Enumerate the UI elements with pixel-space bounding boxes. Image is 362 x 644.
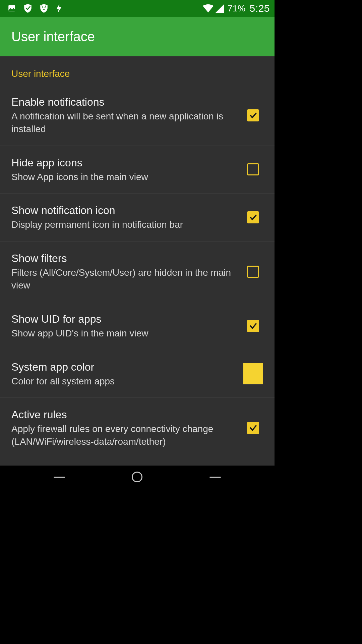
setting-text: Show filters Filters (All/Core/System/Us… [11,252,243,292]
svg-point-1 [42,7,43,8]
setting-text: Active rules Apply firewall rules on eve… [11,408,243,448]
setting-subtitle: Display permanent icon in notification b… [11,218,235,231]
nav-back-button[interactable] [54,477,65,478]
shield-check-icon [23,4,32,13]
status-bar-left [3,4,62,13]
setting-title: Active rules [11,408,235,421]
setting-title: System app color [11,360,235,374]
cellular-icon [216,4,224,13]
nav-home-button[interactable] [132,472,142,482]
setting-subtitle: Filters (All/Core/System/User) are hidde… [11,266,235,292]
setting-control [243,320,263,332]
setting-subtitle: A notification will be sent when a new a… [11,110,235,136]
svg-point-2 [45,7,46,8]
setting-row-active-rules[interactable]: Active rules Apply firewall rules on eve… [0,398,275,458]
setting-row-show-filters[interactable]: Show filters Filters (All/Core/System/Us… [0,241,275,302]
setting-control [243,266,263,278]
setting-subtitle: Color for all system apps [11,375,235,388]
checkbox[interactable] [247,320,259,332]
section-header: User interface [0,56,275,85]
battery-percentage: 71% [228,3,246,14]
setting-text: Show notification icon Display permanent… [11,204,243,231]
setting-title: Show filters [11,252,235,265]
setting-row-system-app-color[interactable]: System app color Color for all system ap… [0,350,275,398]
setting-subtitle: Apply firewall rules on every connectivi… [11,423,235,448]
setting-text: Hide app icons Show App icons in the mai… [11,156,243,183]
setting-control [243,363,263,384]
setting-subtitle: Show app UID's in the main view [11,327,235,340]
bolt-icon [56,4,62,13]
color-swatch[interactable] [243,363,263,384]
setting-control [243,422,263,434]
app-bar: User interface [0,17,275,56]
setting-control [243,211,263,223]
setting-row-show-notification-icon[interactable]: Show notification icon Display permanent… [0,194,275,241]
settings-list[interactable]: User interface Enable notifications A no… [0,56,275,466]
setting-text: Enable notifications A notification will… [11,95,243,136]
setting-title: Enable notifications [11,95,235,109]
setting-title: Show notification icon [11,204,235,217]
page-title: User interface [11,29,95,44]
status-bar: 71% 5:25 [0,0,275,17]
gallery-icon [7,4,16,13]
checkbox[interactable] [247,163,259,175]
setting-title: Show UID for apps [11,312,235,326]
nav-recent-button[interactable] [209,477,221,478]
navigation-bar [0,466,275,488]
cat-shield-icon [40,4,48,13]
setting-text: Show UID for apps Show app UID's in the … [11,312,243,340]
checkbox[interactable] [247,266,259,278]
screen: 71% 5:25 User interface User interface E… [0,0,275,488]
checkbox[interactable] [247,109,259,121]
setting-control [243,109,263,121]
checkbox[interactable] [247,211,259,223]
clock: 5:25 [250,3,270,14]
wifi-icon [203,4,214,13]
setting-title: Hide app icons [11,156,235,169]
checkbox[interactable] [247,422,259,434]
setting-row-enable-notifications[interactable]: Enable notifications A notification will… [0,85,275,146]
setting-control [243,163,263,175]
setting-row-hide-app-icons[interactable]: Hide app icons Show App icons in the mai… [0,146,275,194]
setting-row-show-uid[interactable]: Show UID for apps Show app UID's in the … [0,302,275,350]
setting-text: System app color Color for all system ap… [11,360,243,388]
status-bar-right: 71% 5:25 [203,3,271,14]
setting-subtitle: Show App icons in the main view [11,171,235,183]
